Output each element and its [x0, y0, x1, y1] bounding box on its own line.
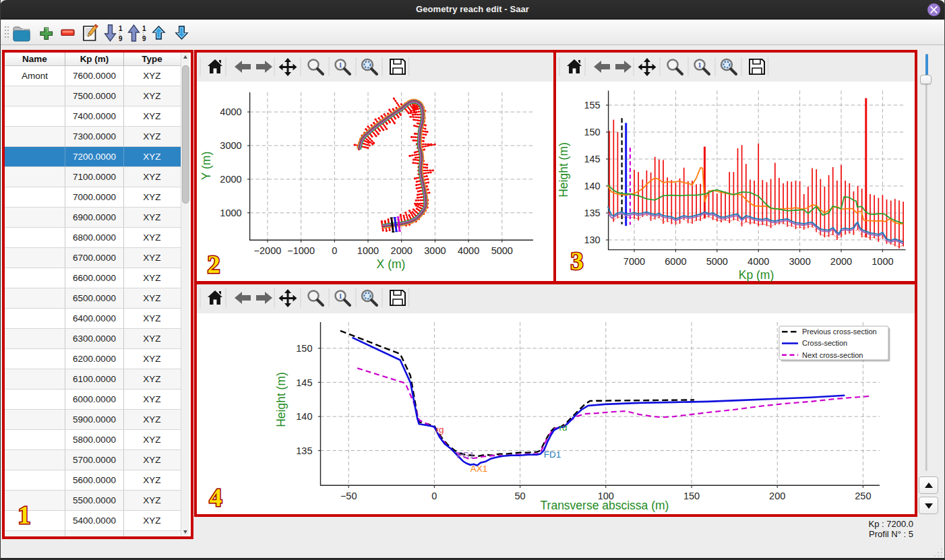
svg-text:Height (m): Height (m): [557, 142, 570, 197]
svg-text:Y (m): Y (m): [200, 152, 213, 180]
svg-text:140: 140: [296, 411, 312, 422]
svg-text:FG1: FG1: [456, 450, 474, 460]
svg-text:Cross-section: Cross-section: [802, 339, 847, 347]
svg-text:9: 9: [142, 35, 146, 42]
svg-text:2: 2: [208, 250, 220, 278]
svg-text:2000: 2000: [830, 256, 852, 267]
svg-text:4000: 4000: [748, 256, 769, 267]
svg-text:−1000: −1000: [287, 245, 315, 256]
svg-text:Height (m): Height (m): [274, 372, 288, 427]
svg-text:150: 150: [683, 491, 700, 501]
svg-text:3000: 3000: [220, 140, 241, 151]
svg-text:3000: 3000: [424, 245, 446, 256]
svg-text:3000: 3000: [789, 256, 810, 267]
svg-text:7000: 7000: [623, 256, 645, 267]
svg-text:3: 3: [571, 247, 584, 275]
svg-text:AX1: AX1: [470, 464, 488, 474]
svg-text:Transverse abscissa (m): Transverse abscissa (m): [541, 499, 669, 512]
svg-text:135: 135: [584, 208, 600, 218]
svg-text:Previous cross-section: Previous cross-section: [802, 328, 877, 336]
svg-text:2000: 2000: [391, 245, 413, 256]
svg-text:6000: 6000: [665, 256, 686, 267]
svg-text:Next cross-section: Next cross-section: [802, 351, 863, 359]
svg-text:5000: 5000: [706, 256, 728, 267]
svg-text:155: 155: [584, 100, 600, 111]
svg-text:rg: rg: [435, 425, 444, 435]
svg-text:1000: 1000: [872, 256, 893, 267]
svg-text:135: 135: [296, 445, 312, 456]
svg-text:1000: 1000: [220, 208, 241, 218]
svg-text:5000: 5000: [491, 245, 513, 256]
svg-text:150: 150: [584, 127, 600, 137]
svg-text:145: 145: [296, 377, 312, 388]
svg-text:150: 150: [296, 343, 312, 354]
svg-text:200: 200: [769, 491, 785, 501]
svg-text:1: 1: [18, 501, 31, 529]
svg-text:50: 50: [515, 491, 526, 501]
svg-text:−50: −50: [340, 491, 357, 501]
svg-text:0: 0: [332, 245, 337, 256]
svg-text:0: 0: [431, 491, 437, 501]
svg-text:145: 145: [584, 154, 600, 164]
svg-text:2000: 2000: [220, 174, 241, 185]
svg-text:9: 9: [119, 35, 123, 42]
svg-text:250: 250: [855, 491, 871, 501]
svg-text:rd: rd: [559, 423, 568, 433]
svg-text:4000: 4000: [220, 106, 241, 117]
svg-text:140: 140: [584, 181, 600, 191]
svg-text:X (m): X (m): [377, 257, 406, 271]
svg-text:−2000: −2000: [254, 245, 282, 256]
svg-text:4000: 4000: [458, 245, 479, 256]
svg-text:FD1: FD1: [544, 449, 561, 460]
svg-text:Kp (m): Kp (m): [739, 268, 774, 282]
svg-text:4: 4: [210, 483, 222, 511]
svg-text:1000: 1000: [357, 245, 379, 256]
